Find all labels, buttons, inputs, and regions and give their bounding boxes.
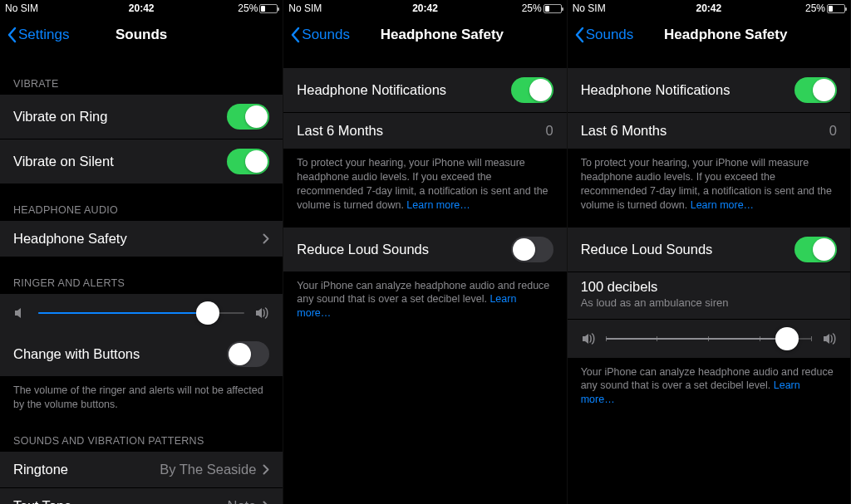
decibel-slider[interactable] xyxy=(606,338,812,340)
section-header-headphone-audio: HEADPHONE AUDIO xyxy=(0,184,283,221)
cell-label: Vibrate on Silent xyxy=(13,154,114,169)
cell-label: Vibrate on Ring xyxy=(13,109,107,125)
learn-more-link[interactable]: Learn more… xyxy=(691,199,754,211)
status-battery: 25% xyxy=(795,2,845,14)
nav-bar: Sounds Headphone Safety xyxy=(283,17,566,53)
panel-headphone-safety-on: No SIM 20:42 25% Sounds Headphone Safety… xyxy=(568,0,851,504)
row-reduce-loud-sounds[interactable]: Reduce Loud Sounds xyxy=(283,228,566,272)
learn-more-link[interactable]: Learn more… xyxy=(406,199,470,211)
nav-bar: Sounds Headphone Safety xyxy=(568,17,850,53)
footer-notifications: To protect your hearing, your iPhone wil… xyxy=(283,149,566,216)
status-battery: 25% xyxy=(512,2,562,14)
status-sim: No SIM xyxy=(288,2,338,14)
status-sim: No SIM xyxy=(5,2,55,14)
panel-headphone-safety-off: No SIM 20:42 25% Sounds Headphone Safety… xyxy=(283,0,567,504)
toggle-reduce-loud-sounds[interactable] xyxy=(511,237,553,262)
status-bar: No SIM 20:42 25% xyxy=(0,0,283,17)
ringer-volume-slider[interactable] xyxy=(38,312,244,314)
toggle-reduce-loud-sounds[interactable] xyxy=(794,237,837,262)
status-bar: No SIM 20:42 25% xyxy=(283,0,566,17)
chevron-right-icon xyxy=(263,501,269,504)
battery-icon xyxy=(827,4,845,13)
toggle-headphone-notifications[interactable] xyxy=(511,77,553,103)
panel-sounds: No SIM 20:42 25% Settings Sounds VIBRATE… xyxy=(0,0,283,504)
cell-value: 0 xyxy=(545,123,553,139)
cell-label: Reduce Loud Sounds xyxy=(297,242,429,257)
cell-value: 0 xyxy=(829,123,837,139)
cell-label: Ringtone xyxy=(13,462,68,477)
page-title: Headphone Safety xyxy=(381,27,504,43)
row-headphone-notifications[interactable]: Headphone Notifications xyxy=(568,68,850,113)
row-last-6-months[interactable]: Last 6 Months 0 xyxy=(283,113,566,149)
cell-label: Last 6 Months xyxy=(581,123,667,139)
cell-label: Text Tone xyxy=(13,498,71,504)
status-time: 20:42 xyxy=(696,2,721,14)
row-last-6-months[interactable]: Last 6 Months 0 xyxy=(568,113,850,149)
page-title: Sounds xyxy=(116,27,167,43)
speaker-low-icon xyxy=(13,306,28,321)
row-headphone-notifications[interactable]: Headphone Notifications xyxy=(283,68,566,113)
row-decibel-slider[interactable] xyxy=(568,320,850,359)
footer-ringer: The volume of the ringer and alerts will… xyxy=(0,377,283,415)
back-label: Settings xyxy=(18,27,69,43)
back-button[interactable]: Sounds xyxy=(574,27,634,43)
row-headphone-safety[interactable]: Headphone Safety xyxy=(0,221,283,257)
cell-label: Headphone Safety xyxy=(13,231,127,247)
chevron-left-icon xyxy=(574,27,584,43)
back-button[interactable]: Sounds xyxy=(290,27,350,43)
row-vibrate-ring[interactable]: Vibrate on Ring xyxy=(0,95,283,139)
cell-label: Last 6 Months xyxy=(297,123,383,139)
row-ringtone[interactable]: Ringtone By The Seaside xyxy=(0,452,283,488)
speaker-high-icon xyxy=(822,331,837,346)
chevron-right-icon xyxy=(263,233,269,244)
footer-reduce: Your iPhone can analyze headphone audio … xyxy=(568,359,850,411)
section-header-patterns: SOUNDS AND VIBRATION PATTERNS xyxy=(0,415,283,452)
back-label: Sounds xyxy=(586,27,634,43)
row-text-tone[interactable]: Text Tone Note xyxy=(0,488,283,504)
cell-label: Change with Buttons xyxy=(13,346,140,362)
cell-label: Reduce Loud Sounds xyxy=(581,242,713,257)
toggle-change-with-buttons[interactable] xyxy=(227,341,269,367)
footer-reduce: Your iPhone can analyze headphone audio … xyxy=(283,272,566,325)
chevron-right-icon xyxy=(263,464,269,475)
row-decibel-value: 100 decibels As loud as an ambulance sir… xyxy=(568,272,850,320)
row-ringer-slider[interactable] xyxy=(0,294,283,332)
decibel-subtitle: As loud as an ambulance siren xyxy=(581,296,837,309)
row-change-with-buttons[interactable]: Change with Buttons xyxy=(0,332,283,377)
page-title: Headphone Safety xyxy=(664,27,787,43)
battery-icon xyxy=(259,4,278,13)
row-reduce-loud-sounds[interactable]: Reduce Loud Sounds xyxy=(568,228,850,272)
speaker-low-icon xyxy=(581,331,596,346)
nav-bar: Settings Sounds xyxy=(0,17,283,53)
toggle-vibrate-silent[interactable] xyxy=(227,149,269,174)
section-header-vibrate: VIBRATE xyxy=(0,53,283,95)
status-sim: No SIM xyxy=(573,2,622,14)
footer-notifications: To protect your hearing, your iPhone wil… xyxy=(568,149,850,216)
cell-label: Headphone Notifications xyxy=(297,82,446,98)
cell-label: Headphone Notifications xyxy=(581,82,730,98)
status-battery: 25% xyxy=(228,2,278,14)
chevron-left-icon xyxy=(7,27,17,43)
chevron-left-icon xyxy=(290,27,300,43)
status-time: 20:42 xyxy=(129,2,155,14)
back-button[interactable]: Settings xyxy=(7,27,69,43)
status-time: 20:42 xyxy=(412,2,438,14)
section-header-ringer-alerts: RINGER AND ALERTS xyxy=(0,257,283,294)
decibel-title: 100 decibels xyxy=(581,279,837,295)
toggle-vibrate-ring[interactable] xyxy=(227,104,269,130)
row-vibrate-silent[interactable]: Vibrate on Silent xyxy=(0,139,283,184)
battery-icon xyxy=(544,4,562,13)
status-bar: No SIM 20:42 25% xyxy=(568,0,850,17)
speaker-high-icon xyxy=(254,306,269,321)
toggle-headphone-notifications[interactable] xyxy=(794,77,837,103)
back-label: Sounds xyxy=(302,27,350,43)
